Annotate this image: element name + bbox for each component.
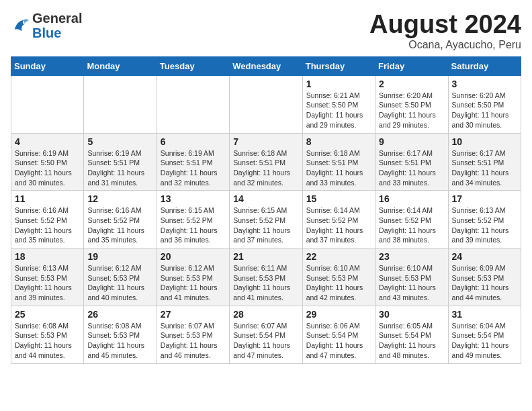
day-number: 11: [15, 193, 80, 204]
day-detail: Sunrise: 6:16 AM Sunset: 5:52 PM Dayligh…: [15, 205, 80, 245]
calendar-cell: [230, 75, 302, 133]
calendar-cell: 24Sunrise: 6:09 AM Sunset: 5:53 PM Dayli…: [448, 248, 521, 306]
calendar-cell: 21Sunrise: 6:11 AM Sunset: 5:53 PM Dayli…: [230, 248, 302, 306]
calendar-cell: 31Sunrise: 6:04 AM Sunset: 5:54 PM Dayli…: [448, 306, 521, 363]
calendar-cell: 6Sunrise: 6:19 AM Sunset: 5:51 PM Daylig…: [157, 133, 229, 191]
calendar-cell: 10Sunrise: 6:17 AM Sunset: 5:51 PM Dayli…: [448, 133, 521, 191]
day-number: 15: [306, 193, 371, 204]
day-detail: Sunrise: 6:14 AM Sunset: 5:52 PM Dayligh…: [379, 205, 444, 245]
calendar-cell: [11, 75, 84, 133]
day-number: 20: [161, 251, 226, 262]
day-number: 22: [306, 251, 371, 262]
day-number: 30: [379, 309, 444, 320]
day-number: 3: [452, 79, 517, 89]
day-number: 13: [161, 193, 226, 204]
day-number: 18: [15, 251, 80, 262]
day-detail: Sunrise: 6:08 AM Sunset: 5:53 PM Dayligh…: [15, 321, 80, 361]
day-detail: Sunrise: 6:15 AM Sunset: 5:52 PM Dayligh…: [233, 205, 298, 245]
calendar-week-row: 18Sunrise: 6:13 AM Sunset: 5:53 PM Dayli…: [11, 248, 521, 306]
calendar-cell: 30Sunrise: 6:05 AM Sunset: 5:54 PM Dayli…: [375, 306, 448, 363]
day-number: 9: [379, 136, 444, 147]
weekday-header: Friday: [375, 56, 448, 75]
day-detail: Sunrise: 6:13 AM Sunset: 5:52 PM Dayligh…: [452, 205, 517, 245]
day-detail: Sunrise: 6:15 AM Sunset: 5:52 PM Dayligh…: [161, 205, 226, 245]
calendar-cell: 12Sunrise: 6:16 AM Sunset: 5:52 PM Dayli…: [84, 191, 157, 248]
day-number: 4: [15, 136, 80, 147]
day-detail: Sunrise: 6:12 AM Sunset: 5:53 PM Dayligh…: [87, 263, 152, 303]
day-detail: Sunrise: 6:04 AM Sunset: 5:54 PM Dayligh…: [452, 321, 517, 361]
calendar-cell: 27Sunrise: 6:07 AM Sunset: 5:53 PM Dayli…: [157, 306, 229, 363]
logo: General Blue: [11, 11, 82, 40]
day-number: 12: [87, 193, 152, 204]
calendar-cell: 29Sunrise: 6:06 AM Sunset: 5:54 PM Dayli…: [302, 306, 375, 363]
page-header: General Blue August 2024 Ocana, Ayacucho…: [11, 11, 521, 51]
day-number: 19: [87, 251, 152, 262]
day-detail: Sunrise: 6:10 AM Sunset: 5:53 PM Dayligh…: [306, 263, 371, 303]
calendar-cell: 19Sunrise: 6:12 AM Sunset: 5:53 PM Dayli…: [84, 248, 157, 306]
day-number: 28: [233, 309, 298, 320]
calendar-cell: 26Sunrise: 6:08 AM Sunset: 5:53 PM Dayli…: [84, 306, 157, 363]
day-number: 17: [452, 193, 517, 204]
calendar-cell: 23Sunrise: 6:10 AM Sunset: 5:53 PM Dayli…: [375, 248, 448, 306]
day-number: 24: [452, 251, 517, 262]
day-detail: Sunrise: 6:19 AM Sunset: 5:51 PM Dayligh…: [161, 148, 226, 188]
calendar-cell: 9Sunrise: 6:17 AM Sunset: 5:51 PM Daylig…: [375, 133, 448, 191]
day-detail: Sunrise: 6:11 AM Sunset: 5:53 PM Dayligh…: [233, 263, 298, 303]
calendar-cell: 22Sunrise: 6:10 AM Sunset: 5:53 PM Dayli…: [302, 248, 375, 306]
day-detail: Sunrise: 6:21 AM Sunset: 5:50 PM Dayligh…: [306, 91, 371, 130]
day-number: 31: [452, 309, 517, 320]
day-number: 5: [87, 136, 152, 147]
day-detail: Sunrise: 6:17 AM Sunset: 5:51 PM Dayligh…: [452, 148, 517, 188]
day-detail: Sunrise: 6:12 AM Sunset: 5:53 PM Dayligh…: [161, 263, 226, 303]
calendar-location: Ocana, Ayacucho, Peru: [369, 39, 521, 51]
calendar-cell: 2Sunrise: 6:20 AM Sunset: 5:50 PM Daylig…: [375, 75, 448, 133]
day-number: 10: [452, 136, 517, 147]
day-detail: Sunrise: 6:08 AM Sunset: 5:53 PM Dayligh…: [87, 321, 152, 361]
calendar-cell: 28Sunrise: 6:07 AM Sunset: 5:54 PM Dayli…: [230, 306, 302, 363]
day-number: 26: [87, 309, 152, 320]
title-block: August 2024 Ocana, Ayacucho, Peru: [369, 11, 521, 51]
calendar-week-row: 1Sunrise: 6:21 AM Sunset: 5:50 PM Daylig…: [11, 75, 521, 133]
calendar-cell: 14Sunrise: 6:15 AM Sunset: 5:52 PM Dayli…: [230, 191, 302, 248]
day-number: 21: [233, 251, 298, 262]
calendar-cell: 18Sunrise: 6:13 AM Sunset: 5:53 PM Dayli…: [11, 248, 84, 306]
calendar-cell: 13Sunrise: 6:15 AM Sunset: 5:52 PM Dayli…: [157, 191, 229, 248]
day-detail: Sunrise: 6:17 AM Sunset: 5:51 PM Dayligh…: [379, 148, 444, 188]
logo-text: General Blue: [32, 11, 82, 40]
day-number: 6: [161, 136, 226, 147]
day-detail: Sunrise: 6:19 AM Sunset: 5:51 PM Dayligh…: [87, 148, 152, 188]
day-detail: Sunrise: 6:06 AM Sunset: 5:54 PM Dayligh…: [306, 321, 371, 361]
calendar-title: August 2024: [369, 11, 521, 39]
day-number: 8: [306, 136, 371, 147]
calendar-cell: 15Sunrise: 6:14 AM Sunset: 5:52 PM Dayli…: [302, 191, 375, 248]
day-detail: Sunrise: 6:18 AM Sunset: 5:51 PM Dayligh…: [306, 148, 371, 188]
day-detail: Sunrise: 6:13 AM Sunset: 5:53 PM Dayligh…: [15, 263, 80, 303]
calendar-cell: 3Sunrise: 6:20 AM Sunset: 5:50 PM Daylig…: [448, 75, 521, 133]
day-detail: Sunrise: 6:07 AM Sunset: 5:54 PM Dayligh…: [233, 321, 298, 361]
day-number: 16: [379, 193, 444, 204]
day-number: 23: [379, 251, 444, 262]
calendar-header: SundayMondayTuesdayWednesdayThursdayFrid…: [11, 56, 521, 75]
day-number: 29: [306, 309, 371, 320]
weekday-header: Thursday: [302, 56, 375, 75]
calendar-table: SundayMondayTuesdayWednesdayThursdayFrid…: [11, 56, 521, 364]
calendar-cell: 17Sunrise: 6:13 AM Sunset: 5:52 PM Dayli…: [448, 191, 521, 248]
day-detail: Sunrise: 6:05 AM Sunset: 5:54 PM Dayligh…: [379, 321, 444, 361]
day-number: 1: [306, 79, 371, 89]
day-number: 2: [379, 79, 444, 89]
calendar-cell: 20Sunrise: 6:12 AM Sunset: 5:53 PM Dayli…: [157, 248, 229, 306]
calendar-cell: 25Sunrise: 6:08 AM Sunset: 5:53 PM Dayli…: [11, 306, 84, 363]
calendar-week-row: 11Sunrise: 6:16 AM Sunset: 5:52 PM Dayli…: [11, 191, 521, 248]
calendar-cell: 11Sunrise: 6:16 AM Sunset: 5:52 PM Dayli…: [11, 191, 84, 248]
day-detail: Sunrise: 6:16 AM Sunset: 5:52 PM Dayligh…: [87, 205, 152, 245]
weekday-header: Monday: [84, 56, 157, 75]
weekday-header: Tuesday: [157, 56, 229, 75]
weekday-header: Saturday: [448, 56, 521, 75]
weekday-row: SundayMondayTuesdayWednesdayThursdayFrid…: [11, 56, 521, 75]
day-number: 27: [161, 309, 226, 320]
weekday-header: Sunday: [11, 56, 84, 75]
day-detail: Sunrise: 6:19 AM Sunset: 5:50 PM Dayligh…: [15, 148, 80, 188]
day-detail: Sunrise: 6:10 AM Sunset: 5:53 PM Dayligh…: [379, 263, 444, 303]
calendar-cell: 1Sunrise: 6:21 AM Sunset: 5:50 PM Daylig…: [302, 75, 375, 133]
day-detail: Sunrise: 6:18 AM Sunset: 5:51 PM Dayligh…: [233, 148, 298, 188]
